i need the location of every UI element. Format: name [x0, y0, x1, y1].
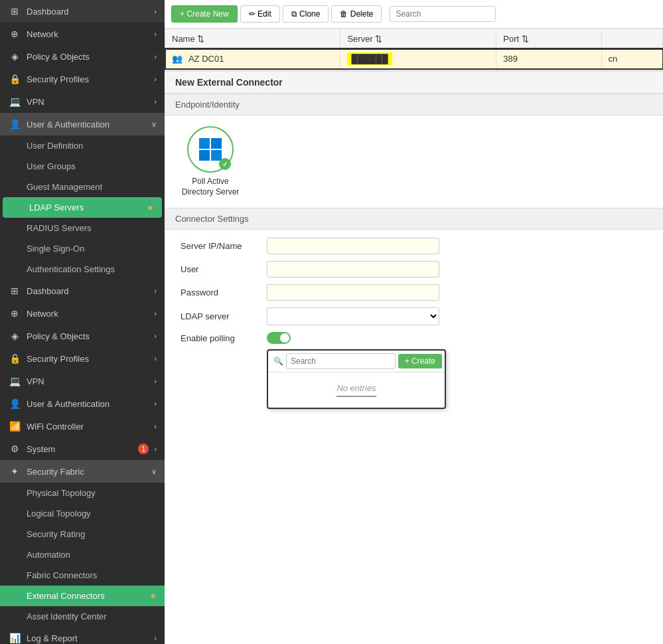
- poll-active-directory-item[interactable]: ✓ Poll Active Directory Server: [181, 126, 240, 197]
- enable-polling-toggle[interactable]: [267, 332, 291, 344]
- user-label: User: [181, 264, 267, 274]
- user-row-icon: 👥: [172, 54, 183, 64]
- chevron-right-icon: ›: [154, 75, 157, 83]
- sidebar-item-vpn-top[interactable]: 💻 VPN ›: [0, 90, 165, 113]
- col-name[interactable]: Name ⇅: [165, 29, 340, 49]
- edit-button[interactable]: ✏ Edit: [240, 5, 280, 23]
- user-icon: 👤: [8, 398, 21, 409]
- password-label: Password: [181, 287, 267, 297]
- wifi-icon: 📶: [8, 421, 21, 432]
- system-badge: 1: [138, 443, 149, 454]
- sidebar-sub-item-external-connectors[interactable]: External Connectors ★: [0, 586, 165, 606]
- chevron-right-icon: ›: [154, 634, 157, 642]
- sidebar-item-log-report[interactable]: 📊 Log & Report ›: [0, 627, 165, 644]
- sidebar-sub-item-guest-management[interactable]: Guest Management: [0, 177, 165, 197]
- password-row: Password: [181, 284, 647, 301]
- sidebar-item-user-auth-top[interactable]: 👤 User & Authentication ∨: [0, 113, 165, 135]
- connector-icons-area: ✓ Poll Active Directory Server: [165, 116, 663, 208]
- sidebar-sub-item-security-rating[interactable]: Security Rating: [0, 524, 165, 544]
- sidebar-sub-item-automation[interactable]: Automation: [0, 544, 165, 565]
- sidebar-item-policy-objects-bottom[interactable]: ◈ Policy & Objects ›: [0, 325, 165, 347]
- col-port[interactable]: Port ⇅: [496, 29, 601, 49]
- ldap-dropdown-popup: 🔍 + Create No entries: [267, 349, 446, 409]
- server-highlight: ██████: [347, 52, 392, 65]
- sidebar-item-security-profiles-top[interactable]: 🔒 Security Profiles ›: [0, 68, 165, 90]
- security-profiles-icon: 🔒: [8, 353, 21, 364]
- sidebar-item-security-profiles-bottom[interactable]: 🔒 Security Profiles ›: [0, 347, 165, 370]
- server-ip-input[interactable]: [267, 238, 439, 254]
- security-profiles-icon: 🔒: [8, 74, 21, 84]
- user-input[interactable]: [267, 261, 439, 278]
- ldap-table: Name ⇅ Server ⇅ Port ⇅ 👥 AZ DC01 ██████: [165, 29, 663, 69]
- user-row: User: [181, 261, 647, 278]
- server-ip-label: Server IP/Name: [181, 241, 267, 251]
- sidebar-item-network-top[interactable]: ⊕ Network ›: [0, 23, 165, 45]
- dropdown-create-button[interactable]: + Create: [398, 354, 442, 368]
- sidebar-sub-item-fabric-connectors[interactable]: Fabric Connectors: [0, 565, 165, 586]
- sidebar-sub-item-asset-identity-center[interactable]: Asset Identity Center: [0, 606, 165, 627]
- policy-icon: ◈: [8, 331, 21, 341]
- clone-button[interactable]: ⧉ Clone: [283, 5, 329, 23]
- sidebar-item-dashboard-top[interactable]: ⊞ Dashboard ›: [0, 0, 165, 23]
- sidebar-sub-item-ldap-servers[interactable]: LDAP Servers ★: [3, 197, 162, 218]
- sidebar-sub-item-logical-topology[interactable]: Logical Topology: [0, 503, 165, 524]
- check-badge: ✓: [219, 158, 231, 170]
- table-row[interactable]: 👥 AZ DC01 ██████ 389 cn: [165, 49, 663, 69]
- chevron-right-icon: ›: [154, 400, 157, 408]
- chevron-down-icon: ∨: [151, 467, 157, 476]
- svg-rect-6: [199, 150, 210, 161]
- chevron-right-icon: ›: [154, 332, 157, 340]
- svg-rect-4: [199, 138, 210, 149]
- server-ip-row: Server IP/Name: [181, 238, 647, 254]
- create-new-button[interactable]: + Create New: [171, 5, 238, 23]
- password-input[interactable]: [267, 284, 439, 301]
- star-icon: ★: [149, 592, 157, 601]
- svg-rect-5: [211, 138, 222, 149]
- search-input[interactable]: [390, 6, 496, 22]
- sidebar: ⊞ Dashboard › ⊕ Network › ◈ Policy & Obj…: [0, 0, 165, 644]
- sidebar-sub-item-radius-servers[interactable]: RADIUS Servers: [0, 218, 165, 238]
- chevron-right-icon: ›: [154, 287, 157, 295]
- enable-polling-label: Enable polling: [181, 333, 267, 343]
- log-icon: 📊: [8, 633, 21, 643]
- sidebar-item-user-auth-bottom[interactable]: 👤 User & Authentication ›: [0, 392, 165, 415]
- col-extra: [601, 29, 662, 49]
- sidebar-item-dashboard-bottom[interactable]: ⊞ Dashboard ›: [0, 280, 165, 302]
- sidebar-item-policy-objects-top[interactable]: ◈ Policy & Objects ›: [0, 45, 165, 68]
- sidebar-item-vpn-bottom[interactable]: 💻 VPN ›: [0, 370, 165, 392]
- network-icon: ⊕: [8, 308, 21, 319]
- sidebar-sub-item-authentication-settings[interactable]: Authentication Settings: [0, 259, 165, 280]
- endpoint-section-header: Endpoint/Identity: [165, 94, 663, 116]
- svg-rect-7: [211, 150, 222, 161]
- delete-button[interactable]: 🗑 Delete: [331, 5, 382, 23]
- enable-polling-row: Enable polling 🔍 + Create No entries: [181, 332, 647, 344]
- sidebar-sub-item-single-sign-on[interactable]: Single Sign-On: [0, 238, 165, 259]
- chevron-down-icon: ∨: [151, 120, 157, 129]
- sidebar-sub-item-user-groups[interactable]: User Groups: [0, 156, 165, 177]
- col-server[interactable]: Server ⇅: [340, 29, 496, 49]
- sidebar-sub-item-user-definition[interactable]: User Definition: [0, 135, 165, 156]
- sidebar-item-network-bottom[interactable]: ⊕ Network ›: [0, 302, 165, 325]
- vpn-icon: 💻: [8, 376, 21, 386]
- no-entries-line: [336, 396, 376, 397]
- dropdown-search-row: 🔍 + Create: [268, 351, 445, 372]
- chevron-right-icon: ›: [154, 445, 157, 453]
- sidebar-item-wifi-controller[interactable]: 📶 WiFi Controller ›: [0, 415, 165, 438]
- connector-circle: ✓: [187, 126, 234, 173]
- chevron-right-icon: ›: [154, 422, 157, 430]
- connector-settings-header: Connector Settings: [165, 208, 663, 230]
- sidebar-sub-item-physical-topology[interactable]: Physical Topology: [0, 483, 165, 503]
- sidebar-item-system[interactable]: ⚙ System 1 ›: [0, 438, 165, 460]
- chevron-right-icon: ›: [154, 7, 157, 15]
- dropdown-no-entries: No entries: [268, 372, 445, 408]
- sidebar-item-security-fabric[interactable]: ✦ Security Fabric ∨: [0, 460, 165, 483]
- chevron-right-icon: ›: [154, 355, 157, 362]
- main-content: + Create New ✏ Edit ⧉ Clone 🗑 Delete Nam…: [165, 0, 663, 644]
- system-icon: ⚙: [8, 443, 21, 454]
- ldap-server-select[interactable]: [267, 307, 439, 325]
- panel-title: New External Connector: [165, 72, 663, 94]
- connector-settings-form: Server IP/Name User Password LDAP server…: [165, 230, 663, 359]
- dropdown-search-input[interactable]: [286, 353, 396, 369]
- user-icon: 👤: [8, 119, 21, 129]
- bottom-panel: New External Connector Endpoint/Identity: [165, 70, 663, 644]
